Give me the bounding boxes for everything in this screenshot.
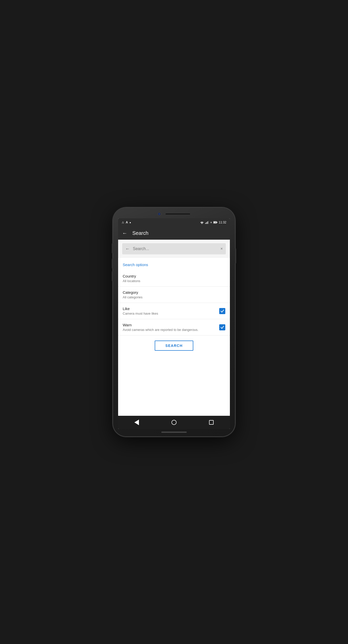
no-signal-icon: ✕ (210, 221, 212, 224)
category-option-row[interactable]: Category All categories (118, 287, 230, 303)
signal-icon (205, 221, 209, 224)
earpiece-speaker (165, 213, 191, 215)
category-option-label: Category (123, 290, 143, 295)
phone-bottom-bar (116, 432, 232, 433)
bottom-home-indicator (161, 432, 187, 433)
bottom-nav (118, 416, 230, 429)
circle-icon: ● (130, 221, 131, 224)
battery-icon (213, 221, 217, 224)
like-option-sublabel: Camera must have likes (123, 312, 158, 315)
svg-rect-3 (208, 221, 209, 224)
home-circle-icon (171, 420, 177, 425)
recent-square-icon (209, 420, 214, 425)
svg-rect-1 (206, 222, 207, 224)
svg-rect-2 (207, 221, 208, 224)
search-button[interactable]: SEARCH (155, 341, 193, 351)
svg-rect-0 (205, 223, 206, 224)
search-clear-button[interactable]: × (220, 247, 223, 251)
wifi-icon (200, 221, 204, 224)
country-option-text: Country All locations (123, 274, 140, 283)
phone-device: ⚠ A ● ✕ (113, 208, 235, 436)
warn-option-row[interactable]: Warn Avoid cameras which are reported to… (118, 319, 230, 335)
category-option-sublabel: All categories (123, 295, 143, 299)
status-left-icons: ⚠ A ● (122, 221, 131, 224)
warn-option-label: Warn (123, 323, 198, 327)
like-option-row[interactable]: Like Camera must have likes (118, 303, 230, 319)
warn-checkbox[interactable] (219, 324, 225, 330)
category-option-text: Category All categories (123, 290, 143, 299)
nav-back-button[interactable] (134, 420, 139, 425)
country-option-label: Country (123, 274, 140, 278)
svg-rect-5 (217, 222, 217, 223)
like-checkbox[interactable] (219, 308, 225, 314)
back-triangle-icon (134, 420, 139, 425)
nav-recent-button[interactable] (209, 420, 214, 425)
like-option-text: Like Camera must have likes (123, 306, 158, 315)
warn-option-text: Warn Avoid cameras which are reported to… (123, 323, 198, 332)
app-bar: ← Search (118, 226, 230, 240)
search-input[interactable] (133, 247, 217, 251)
search-bar-container: ← × (118, 240, 230, 258)
section-title: Search options (118, 258, 230, 270)
options-section: Search options Country All locations Cat… (118, 258, 230, 416)
status-bar: ⚠ A ● ✕ (118, 218, 230, 226)
warning-icon: ⚠ (122, 221, 124, 224)
extra-space (118, 356, 230, 371)
warn-option-sublabel: Avoid cameras which are reported to be d… (123, 328, 198, 332)
content-area: ← × Search options Country All locations (118, 240, 230, 416)
country-option-sublabel: All locations (123, 279, 140, 283)
phone-top-bar (116, 212, 232, 216)
search-bar: ← × (122, 243, 226, 254)
phone-screen: ⚠ A ● ✕ (118, 218, 230, 429)
time-display: 11:32 (219, 221, 226, 224)
app-bar-back-button[interactable]: ← (122, 230, 127, 236)
status-right-icons: ✕ 11:32 (200, 221, 226, 224)
front-camera (157, 212, 161, 216)
like-option-label: Like (123, 306, 158, 311)
search-button-container: SEARCH (118, 335, 230, 356)
country-option-row[interactable]: Country All locations (118, 270, 230, 287)
nav-home-button[interactable] (171, 420, 177, 425)
font-icon: A (126, 221, 128, 224)
search-back-button[interactable]: ← (125, 246, 130, 252)
app-bar-title: Search (132, 230, 148, 236)
